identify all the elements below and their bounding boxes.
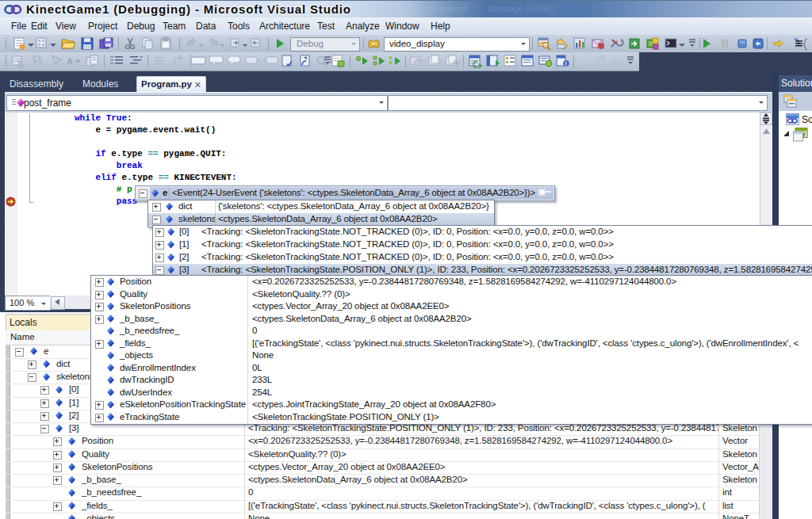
- svg-text:A: A: [67, 56, 73, 66]
- svg-text:!: !: [565, 61, 567, 67]
